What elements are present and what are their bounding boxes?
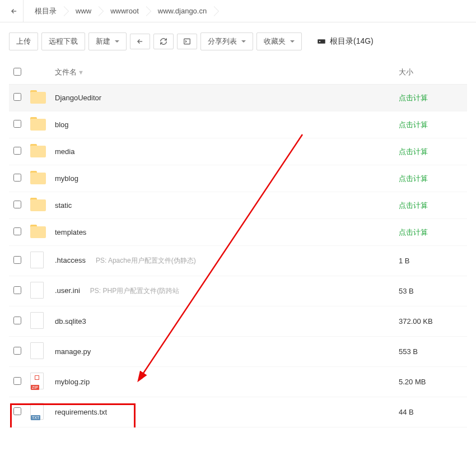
folder-icon: [30, 90, 46, 104]
txt-file-icon: [30, 403, 44, 420]
breadcrumb-item[interactable]: 根目录: [24, 0, 64, 22]
row-checkbox[interactable]: [13, 147, 21, 155]
file-table: 文件名▼ 大小 DjangoUeditor点击计算blog点击计算media点击…: [9, 61, 467, 427]
row-checkbox[interactable]: [13, 317, 21, 324]
row-checkbox[interactable]: [13, 201, 21, 208]
file-name[interactable]: static: [55, 201, 72, 210]
file-name[interactable]: media: [55, 147, 74, 156]
column-filename[interactable]: 文件名▼: [50, 61, 394, 85]
table-row[interactable]: templates点击计算: [9, 219, 467, 246]
file-name[interactable]: myblog.zip: [55, 378, 90, 386]
row-checkbox[interactable]: [13, 174, 21, 182]
share-list-button[interactable]: 分享列表: [200, 32, 253, 50]
table-row[interactable]: requirements.txt44 B: [9, 397, 467, 427]
folder-icon: [30, 144, 46, 157]
table-row[interactable]: static点击计算: [9, 192, 467, 219]
new-dropdown-button[interactable]: 新建: [88, 32, 127, 50]
breadcrumb-item[interactable]: wwwroot: [99, 0, 147, 22]
file-desc: PS: PHP用户配置文件(防跨站: [90, 287, 179, 295]
folder-icon: [30, 198, 46, 211]
breadcrumb-label: wwwroot: [110, 7, 139, 15]
table-row[interactable]: manage.py553 B: [9, 337, 467, 367]
refresh-icon: [160, 38, 167, 45]
file-icon: [30, 252, 44, 268]
calc-size-link[interactable]: 点击计算: [399, 174, 428, 183]
file-size: 5.20 MB: [399, 378, 426, 386]
table-row[interactable]: media点击计算: [9, 138, 467, 165]
row-checkbox[interactable]: [13, 347, 21, 355]
calc-size-link[interactable]: 点击计算: [399, 147, 428, 156]
svg-rect-0: [184, 39, 190, 44]
file-name[interactable]: db.sqlite3: [55, 317, 86, 326]
file-size: 44 B: [399, 408, 414, 416]
file-size: 553 B: [399, 347, 418, 356]
breadcrumb-label: www.django.cn: [158, 7, 207, 15]
zip-file-icon: [30, 373, 44, 389]
refresh-button[interactable]: [153, 34, 174, 49]
disk-label: 根目录(14G): [330, 36, 374, 47]
arrow-left-icon: [136, 38, 144, 45]
row-checkbox[interactable]: [13, 256, 21, 264]
breadcrumb-item[interactable]: www: [64, 0, 99, 22]
row-checkbox[interactable]: [13, 377, 21, 385]
nav-back-button[interactable]: [4, 0, 24, 22]
file-icon: [30, 342, 44, 359]
table-row[interactable]: blog点击计算: [9, 111, 467, 138]
back-button[interactable]: [130, 34, 150, 49]
row-checkbox[interactable]: [13, 227, 21, 235]
file-name[interactable]: blog: [55, 120, 69, 129]
file-name[interactable]: .user.ini: [55, 286, 80, 295]
breadcrumb-item[interactable]: www.django.cn: [147, 0, 214, 22]
row-checkbox[interactable]: [13, 286, 21, 294]
file-name[interactable]: requirements.txt: [55, 408, 107, 416]
toolbar: 上传 远程下载 新建 分享列表 收藏夹 根目录(14G): [0, 22, 476, 61]
folder-icon: [30, 171, 46, 184]
table-row[interactable]: db.sqlite3372.00 KB: [9, 306, 467, 337]
table-row[interactable]: .user.iniPS: PHP用户配置文件(防跨站 53 B: [9, 276, 467, 306]
upload-button[interactable]: 上传: [9, 32, 38, 50]
file-name[interactable]: templates: [55, 228, 86, 236]
row-checkbox[interactable]: [13, 93, 21, 101]
breadcrumb-label: www: [76, 7, 91, 15]
file-size: 1 B: [399, 257, 410, 265]
table-row[interactable]: myblog.zip5.20 MB: [9, 367, 467, 397]
file-desc: PS: Apache用户配置文件(伪静态): [96, 257, 196, 264]
file-name[interactable]: myblog: [55, 174, 78, 183]
terminal-icon: [183, 38, 191, 45]
table-row[interactable]: DjangoUeditor点击计算: [9, 85, 467, 111]
folder-icon: [30, 117, 46, 131]
calc-size-link[interactable]: 点击计算: [399, 228, 428, 236]
calc-size-link[interactable]: 点击计算: [399, 94, 428, 102]
table-row[interactable]: .htaccessPS: Apache用户配置文件(伪静态)1 B: [9, 246, 467, 276]
breadcrumb: 根目录 www wwwroot www.django.cn: [0, 0, 476, 22]
disk-info: 根目录(14G): [316, 36, 374, 47]
file-icon: [30, 282, 44, 299]
svg-point-2: [319, 41, 320, 42]
breadcrumb-label: 根目录: [35, 6, 57, 16]
favorites-button[interactable]: 收藏夹: [256, 32, 302, 50]
svg-rect-1: [318, 39, 325, 44]
terminal-button[interactable]: [177, 34, 197, 49]
table-row[interactable]: myblog点击计算: [9, 165, 467, 192]
file-size: 372.00 KB: [399, 317, 433, 326]
file-icon: [30, 312, 44, 329]
column-size[interactable]: 大小: [394, 61, 467, 85]
sort-indicator-icon: ▼: [78, 69, 84, 76]
file-name[interactable]: manage.py: [55, 347, 91, 356]
row-checkbox[interactable]: [13, 120, 21, 128]
file-name[interactable]: .htaccess: [55, 256, 86, 264]
calc-size-link[interactable]: 点击计算: [399, 120, 428, 129]
folder-icon: [30, 225, 46, 238]
file-size: 53 B: [399, 287, 414, 295]
file-name[interactable]: DjangoUeditor: [55, 94, 101, 102]
select-all-checkbox[interactable]: [13, 68, 21, 76]
calc-size-link[interactable]: 点击计算: [399, 201, 428, 210]
disk-icon: [316, 36, 326, 47]
remote-download-button[interactable]: 远程下载: [41, 32, 85, 50]
row-checkbox[interactable]: [13, 407, 21, 415]
